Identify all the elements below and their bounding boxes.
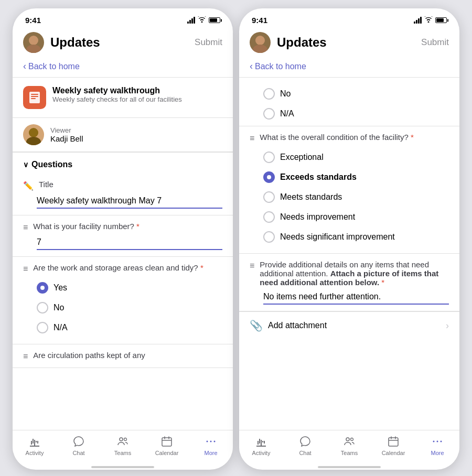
wifi-icon [198, 16, 206, 24]
status-icons-right [414, 16, 447, 24]
radio-needs-significant[interactable]: Needs significant improvement [250, 227, 449, 247]
nav-activity-left[interactable]: Activity [13, 435, 57, 456]
lines-icon-r1: ≡ [250, 134, 254, 143]
chevron-right-icon: › [446, 320, 449, 331]
svg-rect-4 [31, 96, 38, 97]
svg-rect-5 [31, 98, 36, 99]
status-icons-left [187, 16, 220, 24]
battery-icon [209, 17, 220, 23]
attachment-row[interactable]: 📎 Add attachment › [239, 311, 459, 339]
question-details: ≡ Provide additional details on any item… [239, 254, 459, 311]
section-header: ∨ Questions [13, 153, 233, 174]
form-header: Weekly safety walkthrough Weekly safety … [13, 78, 233, 118]
radio-label-needs: Needs improvement [280, 212, 355, 222]
nav-teams-right[interactable]: Teams [327, 435, 371, 456]
home-indicator-left [13, 467, 233, 470]
radio-circle-na [37, 322, 48, 333]
radio-no-right[interactable]: No [250, 84, 449, 104]
question-condition: ≡ What is the overall condition of the f… [239, 126, 459, 254]
submit-button-left[interactable]: Submit [195, 37, 222, 48]
svg-rect-18 [389, 438, 398, 446]
radio-needs-improvement[interactable]: Needs improvement [250, 207, 449, 227]
teams-icon-left [116, 435, 130, 448]
q-label-cleanliness: Are the work and storage areas clean and… [33, 263, 222, 272]
chat-icon-right [298, 435, 312, 448]
radio-circle-meets [263, 191, 275, 203]
time-right: 9:41 [252, 16, 267, 25]
back-link-left[interactable]: ‹ Back to home [13, 58, 233, 77]
home-indicator-right [239, 467, 459, 470]
radio-meets[interactable]: Meets standards [250, 187, 449, 207]
nav-more-right[interactable]: More [415, 435, 459, 456]
avatar-left [23, 32, 44, 53]
nav-label-calendar-right: Calendar [382, 450, 405, 456]
phone-right: 9:41 U [239, 8, 459, 470]
section-title: Questions [31, 160, 72, 169]
scroll-content-left[interactable]: Weekly safety walkthrough Weekly safety … [13, 78, 233, 430]
details-answer: No items need further attention. [263, 289, 449, 305]
page-title-left: Updates [50, 35, 100, 50]
header-right: Updates Submit [239, 28, 459, 58]
nav-more-left[interactable]: More [189, 435, 233, 456]
more-icon-right [431, 435, 444, 448]
radio-na[interactable]: N/A [23, 318, 222, 338]
nav-label-more-left: More [204, 450, 217, 456]
svg-point-12 [210, 441, 212, 442]
question-row-facility: ≡ What is your facility number? * [23, 222, 222, 232]
nav-label-chat-right: Chat [299, 450, 311, 456]
radio-label-no-right: No [280, 89, 291, 99]
svg-point-19 [433, 441, 435, 442]
nav-label-calendar-left: Calendar [155, 450, 179, 456]
calendar-icon-right [387, 435, 400, 448]
partial-radio-top: No N/A [239, 78, 459, 126]
radio-circle-no [37, 302, 48, 313]
nav-teams-left[interactable]: Teams [101, 435, 145, 456]
q-label-details: Provide additional details on any items … [260, 260, 449, 287]
radio-label-exceptional: Exceptional [280, 153, 324, 162]
scroll-content-right[interactable]: No N/A ≡ What is the overall condition o… [239, 78, 459, 430]
nav-calendar-right[interactable]: Calendar [371, 435, 415, 456]
status-bar-left: 9:41 [13, 8, 233, 28]
question-row-condition: ≡ What is the overall condition of the f… [250, 133, 449, 143]
radio-no[interactable]: No [23, 298, 222, 318]
svg-point-6 [29, 128, 38, 137]
svg-point-15 [253, 45, 267, 53]
radio-na-right[interactable]: N/A [250, 104, 449, 124]
header-left-content: Updates [23, 32, 100, 53]
required-star-r1: * [411, 133, 414, 142]
radio-yes[interactable]: Yes [23, 278, 222, 298]
radio-circle-yes [37, 282, 48, 294]
status-bar-right: 9:41 [239, 8, 459, 28]
svg-point-13 [214, 441, 216, 442]
attachment-left: 📎 Add attachment [250, 319, 327, 332]
nav-chat-right[interactable]: Chat [283, 435, 327, 456]
back-link-right[interactable]: ‹ Back to home [239, 58, 459, 77]
lines-icon-1: ≡ [23, 223, 28, 232]
submit-button-right[interactable]: Submit [421, 37, 449, 48]
svg-point-20 [437, 441, 438, 442]
form-title: Weekly safety walkthrough [52, 86, 182, 95]
svg-rect-2 [29, 92, 40, 103]
svg-point-11 [207, 441, 208, 442]
back-chevron-icon-right: ‹ [250, 61, 253, 72]
form-subtitle: Weekly safety checks for all of our faci… [52, 95, 182, 103]
svg-point-7 [26, 137, 41, 145]
nav-chat-left[interactable]: Chat [57, 435, 101, 456]
question-facility: ≡ What is your facility number? * 7 [13, 215, 233, 257]
viewer-name: Kadji Bell [50, 134, 83, 143]
nav-activity-right[interactable]: Activity [239, 435, 283, 456]
radio-exceptional[interactable]: Exceptional [250, 147, 449, 167]
nav-calendar-left[interactable]: Calendar [145, 435, 189, 456]
radio-exceeds[interactable]: Exceeds standards [250, 167, 449, 187]
viewer-avatar [23, 124, 44, 145]
svg-rect-10 [162, 438, 171, 446]
radio-label-no: No [53, 303, 64, 312]
question-circulation: ≡ Are circulation paths kept of any [13, 344, 233, 368]
q-label-title: Title [39, 180, 222, 189]
bottom-nav-right: Activity Chat Teams Calendar [239, 430, 459, 467]
signal-icon [187, 17, 195, 24]
radio-label-exceeds: Exceeds standards [280, 172, 357, 182]
nav-label-teams-left: Teams [114, 450, 131, 456]
radio-circle-exceeds [263, 171, 275, 183]
radio-circle-exceptional [263, 152, 275, 163]
